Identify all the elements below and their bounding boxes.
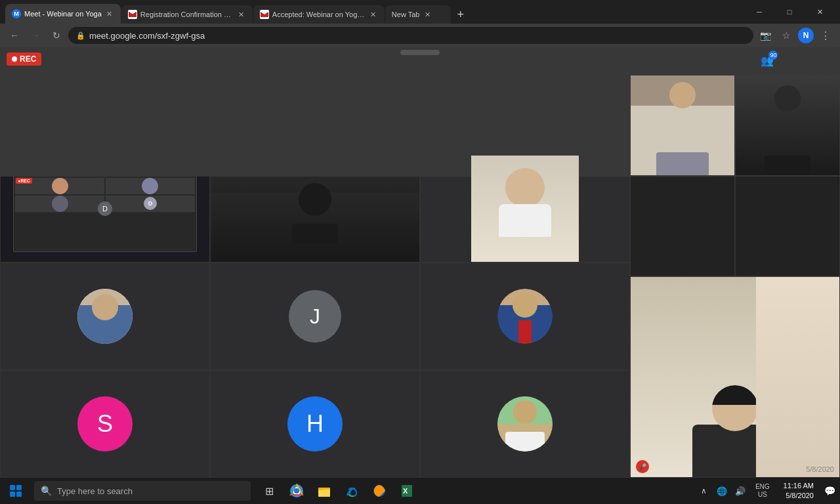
excel-icon[interactable]: X	[394, 478, 420, 504]
meet-favicon: M	[12, 9, 21, 18]
sidebar-tile-2	[735, 75, 840, 176]
woman-muted: 🎤	[636, 460, 649, 473]
lock-icon: 🔒	[76, 32, 85, 40]
address-bar[interactable]: 🔒 meet.google.com/sxf-zgwf-gsa	[68, 27, 753, 44]
user-profile-icon[interactable]: N	[798, 28, 814, 43]
reload-button[interactable]: ↻	[47, 26, 66, 45]
screen-d-initial: D	[98, 201, 112, 216]
new-tab-button[interactable]: +	[452, 5, 470, 24]
tray-expand-button[interactable]: ∧	[696, 478, 711, 504]
windows-logo-icon	[10, 485, 22, 497]
participant-tile-camera	[210, 155, 420, 262]
menu-icon[interactable]: ⋮	[816, 26, 835, 45]
tab-gmail2[interactable]: Accepted: Webinar on Yoga @ F... ✕	[253, 5, 385, 24]
participant-tile-blueshirt	[0, 262, 210, 370]
search-magnifier-icon: 🔍	[41, 486, 52, 496]
screen-rec-badge: ●REC	[16, 178, 32, 184]
maximize-button[interactable]: □	[774, 0, 805, 24]
tab2-close[interactable]: ✕	[237, 10, 246, 19]
camera-icon[interactable]: 📷	[756, 26, 774, 45]
browser-toolbar: ← → ↻ 🔒 meet.google.com/sxf-zgwf-gsa 📷 ☆…	[0, 24, 840, 47]
search-bar[interactable]: 🔍 Type here to search	[34, 481, 251, 501]
window-controls: ─ □ ✕	[744, 0, 835, 24]
participant-tile-outdoor	[420, 370, 630, 478]
tab1-close[interactable]: ✕	[105, 9, 114, 18]
recording-badge: REC	[7, 52, 41, 66]
taskbar: 🔍 Type here to search ⊞	[0, 478, 840, 504]
close-button[interactable]: ✕	[805, 0, 835, 24]
rec-label: REC	[20, 54, 36, 64]
tab-meet[interactable]: M Meet - Webinar on Yoga ✕	[5, 4, 121, 24]
language-indicator[interactable]: ENG US	[751, 478, 774, 504]
meet-container: REC C D	[0, 47, 840, 478]
tab2-title: Registration Confirmation and Re...	[140, 10, 234, 18]
gmail2-favicon	[260, 10, 269, 19]
bookmark-star-icon[interactable]: ☆	[777, 26, 795, 45]
people-icon-button[interactable]: 👥 90	[757, 51, 778, 72]
forward-button[interactable]: →	[26, 26, 45, 45]
tab-gmail1[interactable]: Registration Confirmation and Re... ✕	[121, 5, 253, 24]
participant-tile-j: J	[210, 262, 420, 370]
sidebar-tile-woman: 5/8/2020 🎤	[630, 276, 840, 478]
tab4-close[interactable]: ✕	[423, 10, 432, 19]
participant-tile-formal	[420, 262, 630, 370]
avatar-h: H	[287, 396, 343, 452]
chrome-icon[interactable]	[284, 478, 310, 504]
clock-time: 11:16 AM	[784, 481, 814, 491]
taskbar-apps: ⊞	[256, 478, 420, 504]
browser-chrome: M Meet - Webinar on Yoga ✕ Registration …	[0, 0, 840, 47]
svg-rect-6	[318, 490, 330, 497]
sidebar-tile-1	[630, 75, 735, 176]
gmail1-favicon	[128, 10, 137, 19]
address-text: meet.google.com/sxf-zgwf-gsa	[89, 31, 205, 41]
network-icon[interactable]: 🌐	[714, 478, 730, 504]
tab-newtab[interactable]: New Tab ✕	[385, 5, 451, 24]
svg-point-4	[294, 488, 299, 494]
minimize-button[interactable]: ─	[744, 0, 774, 24]
notification-button[interactable]: 💬	[819, 478, 840, 504]
participant-grid: C D Kush Pancha	[0, 47, 630, 478]
svg-text:X: X	[403, 487, 408, 495]
volume-icon[interactable]: 🔊	[732, 478, 748, 504]
participant-tile-s: S	[0, 370, 210, 478]
avatar-j: J	[289, 290, 341, 343]
svg-rect-7	[318, 488, 324, 490]
search-placeholder-text: Type here to search	[57, 486, 133, 496]
clock-date: 5/8/2020	[786, 491, 814, 501]
start-button[interactable]	[0, 478, 32, 504]
tab-bar: M Meet - Webinar on Yoga ✕ Registration …	[0, 0, 840, 24]
file-explorer-icon[interactable]	[311, 478, 337, 504]
taskview-button[interactable]: ⊞	[256, 478, 282, 504]
system-tray: ∧ 🌐 🔊 ENG US 11:16 AM 5/8/2020 💬	[696, 478, 840, 504]
tab3-title: Accepted: Webinar on Yoga @ F...	[272, 10, 366, 18]
people-count-badge: 90	[768, 51, 778, 60]
back-button[interactable]: ←	[5, 26, 24, 45]
system-clock[interactable]: 11:16 AM 5/8/2020	[777, 478, 816, 504]
firefox-icon[interactable]	[366, 478, 392, 504]
sidebar-tile-4	[735, 176, 840, 277]
sidebar-tile-3	[630, 176, 735, 277]
edge-icon[interactable]	[339, 478, 365, 504]
participant-tile-h: H	[210, 370, 420, 478]
avatar-s: S	[77, 396, 133, 452]
tab3-close[interactable]: ✕	[369, 10, 378, 19]
tab1-title: Meet - Webinar on Yoga	[24, 10, 102, 18]
tab4-title: New Tab	[392, 10, 420, 18]
rec-dot	[12, 56, 17, 62]
